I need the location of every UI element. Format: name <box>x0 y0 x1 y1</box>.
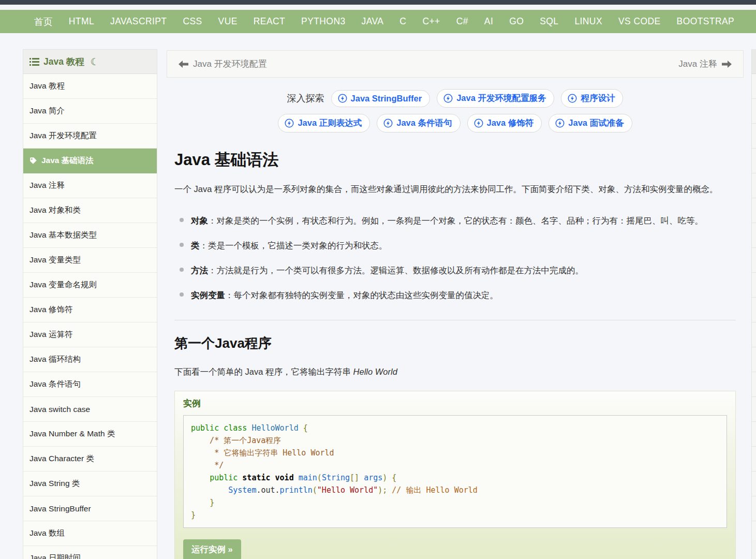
sidebar-header: Java 教程 ☾ <box>23 50 157 74</box>
sidebar-item[interactable]: Java 条件语句 <box>23 372 157 397</box>
sidebar-item[interactable]: Java 对象和类 <box>23 198 157 223</box>
tag-icon <box>29 157 37 165</box>
sidebar-item[interactable]: Java 教程 <box>23 74 157 99</box>
sidebar-item[interactable]: Java 循环结构 <box>23 347 157 372</box>
nav-item[interactable]: LINUX <box>574 16 602 27</box>
next-article-link[interactable]: Java 注释 <box>678 58 732 70</box>
lightning-circle-icon <box>285 119 294 128</box>
sidebar-item[interactable]: Java Character 类 <box>23 447 157 472</box>
lightning-circle-icon <box>383 119 393 128</box>
sidebar-item-label: Java 变量命名规则 <box>29 280 97 290</box>
section-paragraph: 下面看一个简单的 Java 程序，它将输出字符串 Hello World <box>174 366 736 378</box>
sidebar-item-label: Java StringBuffer <box>29 504 91 513</box>
explore-tags: 深入探索 Java StringBufferJava 开发环境配置服务程序设计 … <box>167 89 744 133</box>
nav-item[interactable]: GO <box>509 16 524 27</box>
sidebar-item-label: Java 教程 <box>29 81 65 92</box>
nav-item[interactable]: C <box>399 16 406 27</box>
sidebar-item-label: Java Number & Math 类 <box>29 429 115 439</box>
lightning-circle-icon <box>568 94 577 103</box>
sidebar-item[interactable]: Java 变量类型 <box>23 248 157 273</box>
explore-pill[interactable]: Java 面试准备 <box>549 114 632 133</box>
explore-pill-label: Java 条件语句 <box>396 117 452 129</box>
nav-item[interactable]: BOOTSTRAP <box>677 16 735 27</box>
concept-text: ：类是一个模板，它描述一类对象的行为和状态。 <box>200 241 388 250</box>
sidebar-item-label: Java String 类 <box>29 478 80 489</box>
sidebar-item[interactable]: Java 修饰符 <box>23 298 157 322</box>
nav-item[interactable]: 首页 <box>34 16 53 28</box>
sidebar-item[interactable]: Java String 类 <box>23 472 157 496</box>
sidebar-item-label: Java 基本数据类型 <box>29 230 97 241</box>
nav-item[interactable]: JAVA <box>362 16 384 27</box>
arrow-right-icon <box>722 61 732 68</box>
explore-pill[interactable]: Java 条件语句 <box>377 114 460 133</box>
sidebar-item-label: Java 基础语法 <box>41 155 94 166</box>
concept-term: 类 <box>191 241 200 250</box>
dark-mode-toggle-icon[interactable]: ☾ <box>91 56 99 68</box>
sidebar-item[interactable]: Java 基础语法 <box>23 149 157 173</box>
nav-item[interactable]: HTML <box>69 16 94 27</box>
top-nav: 首页HTMLJAVASCRIPTCSSVUEREACTPYTHON3JAVACC… <box>0 10 756 33</box>
sidebar-item[interactable]: Java 简介 <box>23 99 157 124</box>
explore-pill[interactable]: Java 修饰符 <box>467 114 542 133</box>
browser-top-bar <box>0 0 756 5</box>
nav-item[interactable]: PYTHON3 <box>301 16 345 27</box>
explore-pill-label: Java 修饰符 <box>487 117 534 129</box>
sidebar-item-label: Java 变量类型 <box>29 255 81 266</box>
nav-item[interactable]: SQL <box>540 16 558 27</box>
sidebar-item-label: Java 运算符 <box>29 329 73 340</box>
nav-item[interactable]: VUE <box>218 16 238 27</box>
nav-item[interactable]: AI <box>484 16 493 27</box>
sidebar-item-label: Java 条件语句 <box>29 379 81 390</box>
java-code: public class HelloWorld { /* 第一个Java程序 *… <box>191 422 719 521</box>
explore-pill[interactable]: Java 开发环境配置服务 <box>437 89 554 108</box>
explore-pill-label: Java 面试准备 <box>568 117 624 129</box>
nav-item[interactable]: CSS <box>183 16 202 27</box>
sidebar-item[interactable]: Java 日期时间 <box>23 546 157 559</box>
article-body: Java 基础语法 一个 Java 程序可以认为是一系列对象的集合，而这些对象通… <box>167 149 744 559</box>
main-content: Java 开发环境配置 Java 注释 深入探索 Java StringBuff… <box>167 50 744 559</box>
section-paragraph-text: 下面看一个简单的 Java 程序，它将输出字符串 <box>174 367 353 376</box>
concept-text: ：方法就是行为，一个类可以有很多方法。逻辑运算、数据修改以及所有动作都是在方法中… <box>208 266 584 275</box>
sidebar-item[interactable]: Java 基本数据类型 <box>23 223 157 248</box>
sidebar-item-label: Java 对象和类 <box>29 205 81 216</box>
sidebar-item[interactable]: Java 数组 <box>23 521 157 546</box>
sidebar-item[interactable]: Java 注释 <box>23 173 157 198</box>
concept-text: ：对象是类的一个实例，有状态和行为。例如，一条狗是一个对象，它的状态有：颜色、名… <box>208 216 703 225</box>
concept-list: 对象：对象是类的一个实例，有状态和行为。例如，一条狗是一个对象，它的状态有：颜色… <box>174 211 736 304</box>
explore-pill[interactable]: Java StringBuffer <box>331 90 431 107</box>
sidebar-item[interactable]: Java switch case <box>23 397 157 422</box>
nav-item[interactable]: JAVASCRIPT <box>110 16 167 27</box>
code-block: public class HelloWorld { /* 第一个Java程序 *… <box>183 415 727 528</box>
nav-item[interactable]: C++ <box>422 16 440 27</box>
hello-world-italic: Hello World <box>353 367 397 376</box>
prev-article-link[interactable]: Java 开发环境配置 <box>179 58 267 70</box>
explore-pill-label: Java 开发环境配置服务 <box>456 93 546 104</box>
nav-item[interactable]: REACT <box>254 16 285 27</box>
concept-item: 类：类是一个模板，它描述一类对象的行为和状态。 <box>191 236 736 255</box>
explore-label: 深入探索 <box>287 92 324 105</box>
section-title: 第一个Java程序 <box>174 334 736 352</box>
sidebar-item[interactable]: Java 变量命名规则 <box>23 273 157 298</box>
explore-pill-label: 程序设计 <box>581 93 615 104</box>
lightning-circle-icon <box>443 94 453 103</box>
sidebar-item[interactable]: Java StringBuffer <box>23 496 157 521</box>
example-box: 实例 public class HelloWorld { /* 第一个Java程… <box>174 391 736 559</box>
sidebar-item[interactable]: Java 运算符 <box>23 322 157 347</box>
sidebar-item-label: Java 注释 <box>29 180 65 191</box>
concept-term: 对象 <box>191 216 208 225</box>
sidebar-item[interactable]: Java 开发环境配置 <box>23 124 157 149</box>
right-panel-sliver <box>751 49 756 559</box>
arrow-left-icon <box>179 61 188 68</box>
nav-item[interactable]: VS CODE <box>618 16 661 27</box>
tags-row-1: 深入探索 Java StringBufferJava 开发环境配置服务程序设计 <box>287 89 624 108</box>
sidebar-item-label: Java 循环结构 <box>29 354 81 365</box>
tags-row-2: Java 正则表达式Java 条件语句Java 修饰符Java 面试准备 <box>278 114 632 133</box>
explore-pill[interactable]: 程序设计 <box>561 89 623 108</box>
run-example-button[interactable]: 运行实例 » <box>183 539 241 559</box>
sidebar-item[interactable]: Java Number & Math 类 <box>23 422 157 447</box>
sidebar-item-label: Java 日期时间 <box>29 553 81 559</box>
explore-pill[interactable]: Java 正则表达式 <box>278 114 370 133</box>
article-pager: Java 开发环境配置 Java 注释 <box>167 50 744 78</box>
sidebar-item-label: Java Character 类 <box>29 453 94 464</box>
nav-item[interactable]: C# <box>456 16 468 27</box>
